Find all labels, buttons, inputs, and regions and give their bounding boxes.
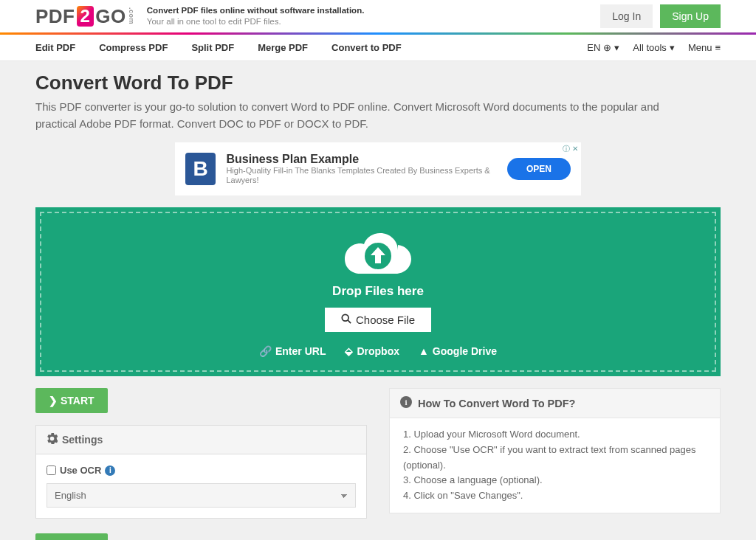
google-drive-icon: ▲ [419, 345, 429, 357]
logo-badge: 2 [77, 6, 94, 27]
enter-url-link[interactable]: 🔗 Enter URL [259, 345, 326, 357]
lang-label: EN [587, 42, 600, 53]
logo-com: .com [128, 7, 135, 24]
howto-title: How To Convert Word To PDF? [418, 398, 575, 409]
ad-title: Business Plan Example [226, 153, 507, 166]
choose-file-button[interactable]: Choose File [325, 308, 431, 332]
info-circle-icon: i [400, 396, 412, 410]
use-ocr-checkbox[interactable] [47, 465, 56, 475]
svg-point-1 [342, 314, 348, 321]
all-tools-menu[interactable]: All tools ▾ [633, 42, 675, 53]
logo-pre: PDF [35, 5, 75, 28]
gear-icon [47, 433, 58, 446]
howto-step: 4. Click on "Save Changes". [403, 488, 707, 504]
tagline-sub: Your all in one tool to edit PDF files. [147, 16, 365, 27]
top-header: PDF 2 GO .com Convert PDF files online w… [0, 0, 756, 32]
nav-compress-pdf[interactable]: Compress PDF [99, 42, 168, 53]
nav-edit-pdf[interactable]: Edit PDF [35, 42, 75, 53]
page-title: Convert Word To PDF [35, 72, 721, 94]
nav-merge-pdf[interactable]: Merge PDF [258, 42, 308, 53]
start-button-bottom[interactable]: ❯ START [35, 533, 108, 540]
main-nav: Edit PDF Compress PDF Split PDF Merge PD… [0, 35, 756, 61]
cloud-upload-icon [345, 229, 411, 278]
link-icon: 🔗 [259, 345, 272, 357]
language-selector[interactable]: EN ⊕ ▾ [587, 42, 619, 53]
caret-down-icon: ▾ [670, 42, 675, 53]
settings-title: Settings [62, 434, 103, 446]
howto-panel: i How To Convert Word To PDF? 1. Upload … [389, 388, 721, 513]
settings-panel: Settings Use OCR i English [35, 425, 367, 519]
search-icon [341, 314, 351, 326]
svg-line-2 [348, 320, 351, 323]
signup-button[interactable]: Sign Up [660, 4, 721, 28]
logo-post: GO [95, 5, 126, 28]
language-select[interactable]: English [47, 483, 356, 508]
alltools-label: All tools [633, 42, 667, 53]
ad-subtitle: High-Quality Fill-in The Blanks Template… [226, 166, 507, 185]
ad-open-button[interactable]: OPEN [507, 158, 571, 180]
choose-file-label: Choose File [356, 314, 415, 326]
tagline-main: Convert PDF files online without softwar… [147, 5, 365, 16]
howto-step: 2. Choose "Use OCR" if you want to extra… [403, 443, 707, 474]
dropbox-link[interactable]: ⬙ Dropbox [345, 345, 399, 357]
page-description: This PDF converter is your go-to solutio… [35, 99, 700, 132]
caret-down-icon: ▾ [614, 42, 619, 53]
tagline: Convert PDF files online without softwar… [147, 5, 365, 27]
nav-split-pdf[interactable]: Split PDF [191, 42, 234, 53]
login-button[interactable]: Log In [600, 4, 653, 28]
hamburger-icon: ≡ [715, 42, 721, 53]
google-drive-link[interactable]: ▲ Google Drive [419, 345, 497, 357]
menu-label: Menu [688, 42, 712, 53]
dropbox-icon: ⬙ [345, 345, 353, 357]
globe-icon: ⊕ [603, 42, 611, 53]
ad-close-icon[interactable]: ⓘ ✕ [563, 144, 578, 154]
info-icon[interactable]: i [105, 465, 115, 476]
dropzone[interactable]: Drop Files here Choose File 🔗 Enter URL … [35, 207, 721, 376]
nav-convert-to-pdf[interactable]: Convert to PDF [331, 42, 402, 53]
chevron-right-icon: ❯ [49, 395, 58, 406]
logo[interactable]: PDF 2 GO .com [35, 5, 135, 28]
ad-app-icon: B [185, 153, 216, 185]
use-ocr-label: Use OCR [60, 465, 101, 476]
start-button-top[interactable]: ❯ START [35, 388, 108, 413]
howto-step: 1. Upload your Microsoft Word document. [403, 427, 707, 443]
drop-label: Drop Files here [56, 284, 700, 299]
ad-banner[interactable]: B Business Plan Example High-Quality Fil… [175, 142, 581, 195]
svg-text:i: i [405, 398, 407, 406]
howto-step: 3. Choose a language (optional). [403, 473, 707, 488]
hamburger-menu[interactable]: Menu ≡ [688, 42, 721, 53]
